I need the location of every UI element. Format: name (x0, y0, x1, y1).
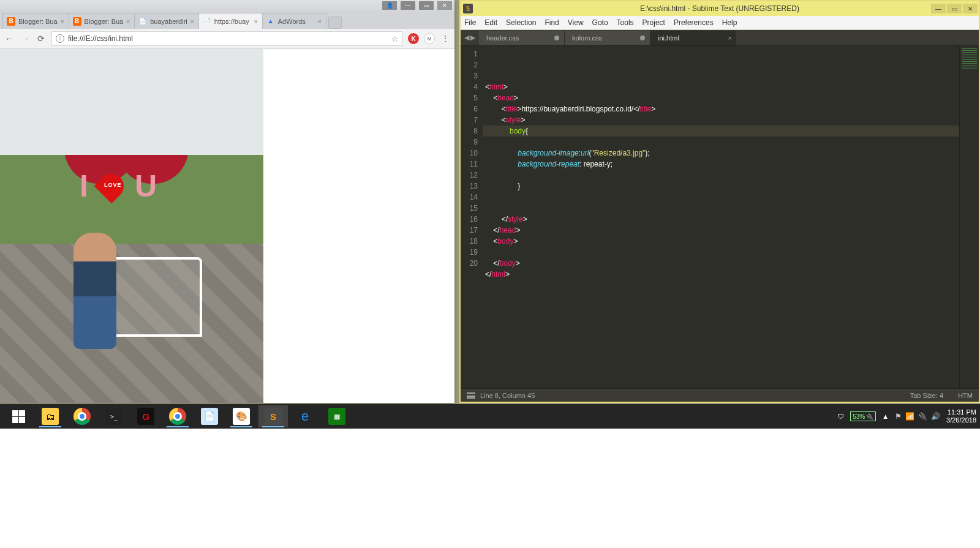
tab-label: Blogger: Bua (85, 18, 124, 25)
menu-view[interactable]: View (568, 18, 584, 27)
minimap[interactable] (959, 46, 979, 388)
tab-close-icon[interactable]: × (59, 18, 66, 25)
menu-goto[interactable]: Goto (592, 18, 608, 27)
menu-project[interactable]: Project (643, 18, 665, 27)
editor-tab[interactable]: kolom.css (565, 31, 650, 45)
tab-size-indicator[interactable]: Tab Size: 4 (910, 392, 943, 399)
start-button[interactable] (4, 405, 33, 427)
usb-tray-icon[interactable]: 🔌 (918, 412, 927, 421)
canvas-padding (0, 429, 980, 548)
tab-close-icon[interactable]: × (189, 18, 196, 25)
bookmark-star-icon[interactable]: ☆ (391, 34, 399, 43)
gmail-extension-icon[interactable]: M (424, 33, 435, 44)
taskbar-excel[interactable]: ▦ (322, 405, 352, 427)
tab-label: Blogger: Bua (18, 18, 58, 25)
user-indicator-icon[interactable]: 👤 (382, 1, 397, 10)
tab-right-icon[interactable]: ▶ (470, 34, 475, 42)
taskbar-ie[interactable]: e (290, 405, 320, 427)
sublime-titlebar[interactable]: S E:\css\ini.html - Sublime Text (UNREGI… (461, 1, 979, 16)
chrome-toolbar: ← → ⟳ i ☆ K M ⋮ (0, 29, 454, 49)
chrome-icon (169, 408, 186, 425)
tab-label: https://buay (214, 18, 249, 25)
internet-explorer-icon: e (296, 408, 314, 425)
maximize-button[interactable]: ▭ (419, 1, 434, 10)
new-tab-button[interactable] (328, 17, 342, 29)
tab-label: AdWords (278, 18, 306, 25)
browser-tab[interactable]: ▲ AdWords × (262, 13, 326, 29)
chrome-titlebar: 👤 — ▭ ✕ (0, 0, 454, 11)
heart-icon: LOVE (94, 169, 129, 204)
browser-tab[interactable]: 📄 buayaberdiri × (134, 13, 199, 29)
windows-taskbar: 🗂 >_ G 📄 🎨 S e ▦ 🛡 53%� (0, 404, 980, 429)
close-button[interactable]: ✕ (437, 1, 452, 10)
menu-file[interactable]: File (464, 18, 476, 27)
photo-text: I LOVE U (80, 168, 157, 204)
tab-close-icon[interactable]: × (252, 18, 260, 25)
clock-date: 3/26/2018 (946, 416, 976, 424)
battery-indicator[interactable]: 53%🔌 (850, 411, 876, 421)
taskbar-cmd[interactable]: >_ (99, 405, 129, 427)
syntax-indicator[interactable]: HTM (958, 392, 973, 399)
menu-edit[interactable]: Edit (484, 18, 497, 27)
browser-tab[interactable]: B Blogger: Bua × (2, 13, 69, 29)
tab-label: ini.html (658, 34, 679, 42)
menu-preferences[interactable]: Preferences (674, 18, 714, 27)
taskbar-paint[interactable]: 🎨 (227, 405, 256, 427)
taskbar-garena[interactable]: G (131, 405, 160, 427)
menu-find[interactable]: Find (545, 18, 559, 27)
maximize-button[interactable]: ▭ (947, 4, 962, 13)
forward-button[interactable]: → (20, 33, 31, 44)
taskbar-chrome-pinned[interactable] (67, 405, 97, 427)
sublime-menubar: File Edit Selection Find View Goto Tools… (461, 16, 979, 30)
sublime-tab-bar: ◀ ▶ header.css kolom.css ini.html × (461, 30, 979, 46)
dirty-indicator-icon (554, 36, 559, 40)
chrome-window: 👤 — ▭ ✕ B Blogger: Bua × B Blogger: Bua … (0, 0, 454, 403)
network-tray-icon[interactable]: 📶 (905, 412, 914, 421)
spreadsheet-icon: ▦ (328, 408, 345, 425)
paint-icon: 🎨 (233, 408, 250, 425)
cursor-position: Line 8, Column 45 (480, 392, 535, 399)
menu-selection[interactable]: Selection (506, 18, 536, 27)
code-area[interactable]: <html> <head> <title>https://buayaberdir… (483, 46, 959, 388)
editor-tab-active[interactable]: ini.html × (650, 31, 736, 45)
taskbar-notepad[interactable]: 📄 (195, 405, 224, 427)
browser-tab-active[interactable]: 📄 https://buay × (198, 13, 263, 29)
adwords-icon: ▲ (266, 17, 275, 26)
notepad-icon: 📄 (201, 408, 218, 425)
close-button[interactable]: ✕ (963, 4, 978, 13)
site-info-icon[interactable]: i (56, 34, 64, 43)
taskbar-left: 🗂 >_ G 📄 🎨 S e ▦ (4, 405, 352, 427)
reload-button[interactable]: ⟳ (36, 33, 47, 44)
address-bar[interactable]: i ☆ (51, 31, 403, 46)
tab-left-icon[interactable]: ◀ (464, 34, 469, 42)
chrome-menu-button[interactable]: ⋮ (440, 34, 451, 43)
sublime-app-icon: S (463, 4, 473, 13)
tab-close-icon[interactable]: × (728, 34, 732, 42)
menu-tools[interactable]: Tools (617, 18, 634, 27)
tray-expand-icon[interactable]: ▲ (882, 413, 889, 420)
minimap-viewport (962, 48, 977, 70)
taskbar-right: 🛡 53%🔌 ▲ ⚑ 📶 🔌 🔊 11:31 PM 3/26/2018 (837, 408, 976, 424)
back-button[interactable]: ← (4, 33, 15, 44)
sidebar-toggle-icon[interactable] (467, 392, 475, 399)
minimize-button[interactable]: — (401, 1, 415, 10)
extension-k-icon[interactable]: K (408, 33, 419, 44)
browser-tab[interactable]: B Blogger: Bua × (69, 13, 135, 29)
taskbar-chrome-running[interactable] (163, 405, 192, 427)
taskbar-explorer[interactable]: 🗂 (36, 405, 65, 427)
taskbar-sublime[interactable]: S (258, 405, 288, 427)
tab-close-icon[interactable]: × (316, 18, 323, 25)
menu-help[interactable]: Help (722, 18, 737, 27)
volume-tray-icon[interactable]: 🔊 (931, 412, 940, 421)
sublime-editor: 1234567891011121314151617181920 <html> <… (461, 46, 979, 388)
flag-tray-icon[interactable]: ⚑ (895, 412, 902, 421)
editor-tab[interactable]: header.css (479, 31, 565, 45)
sublime-status-bar: Line 8, Column 45 Tab Size: 4 HTM (461, 388, 979, 402)
security-tray-icon[interactable]: 🛡 (837, 413, 844, 420)
taskbar-clock[interactable]: 11:31 PM 3/26/2018 (946, 408, 976, 424)
url-input[interactable] (68, 34, 388, 43)
garena-icon: G (137, 408, 154, 425)
minimize-button[interactable]: — (931, 4, 946, 13)
source-code: <html> <head> <title>https://buayaberdir… (485, 81, 959, 291)
tab-close-icon[interactable]: × (124, 18, 132, 25)
